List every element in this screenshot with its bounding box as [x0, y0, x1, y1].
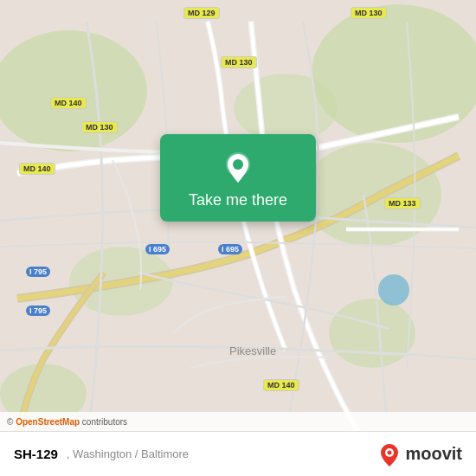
road-badge-md133: MD 133 — [384, 197, 421, 209]
moovit-logo: moovit — [377, 442, 462, 466]
map-background: Pikesville — [0, 0, 476, 476]
road-badge-md140-left2: MD 140 — [19, 163, 55, 175]
moovit-logo-text: moovit — [405, 444, 462, 464]
road-badge-md129: MD 129 — [183, 7, 220, 19]
road-badge-md140-bot: MD 140 — [263, 379, 299, 391]
take-me-there-button[interactable]: Take me there — [189, 191, 287, 209]
location-info: SH-129 , Washington / Baltimore — [14, 447, 189, 461]
copyright-text: © OpenStreetMap contributors — [7, 417, 127, 427]
green-card[interactable]: Take me there — [160, 134, 316, 222]
region-label: , Washington / Baltimore — [67, 447, 189, 460]
take-me-there-container: Take me there — [160, 134, 316, 222]
road-badge-md130-topmid: MD 130 — [221, 56, 257, 68]
svg-text:Pikesville: Pikesville — [229, 344, 276, 357]
road-badge-md130-left: MD 130 — [81, 121, 118, 133]
svg-point-11 — [233, 159, 243, 170]
bottom-bar: SH-129 , Washington / Baltimore moovit — [0, 431, 476, 476]
road-badge-i695-1: I 695 — [145, 244, 170, 254]
road-badge-md140-left1: MD 140 — [50, 97, 87, 109]
road-badge-i795-2: I 795 — [26, 306, 50, 316]
svg-point-5 — [378, 274, 409, 306]
svg-point-13 — [388, 450, 392, 454]
route-label: SH-129 — [14, 447, 58, 461]
copyright-bar: © OpenStreetMap contributors — [0, 412, 476, 431]
svg-point-8 — [234, 74, 338, 143]
svg-point-4 — [329, 299, 415, 368]
openstreetmap-link[interactable]: OpenStreetMap — [16, 417, 80, 427]
map-container: Pikesville MD 129 MD 130 MD 130 MD 140 M… — [0, 0, 476, 476]
location-pin-icon — [221, 150, 255, 184]
moovit-pin-icon — [377, 442, 402, 466]
road-badge-md130-topright: MD 130 — [351, 7, 387, 19]
road-badge-i795-1: I 795 — [26, 267, 50, 277]
road-badge-i695-2: I 695 — [218, 244, 242, 254]
map-svg: Pikesville — [0, 0, 476, 476]
